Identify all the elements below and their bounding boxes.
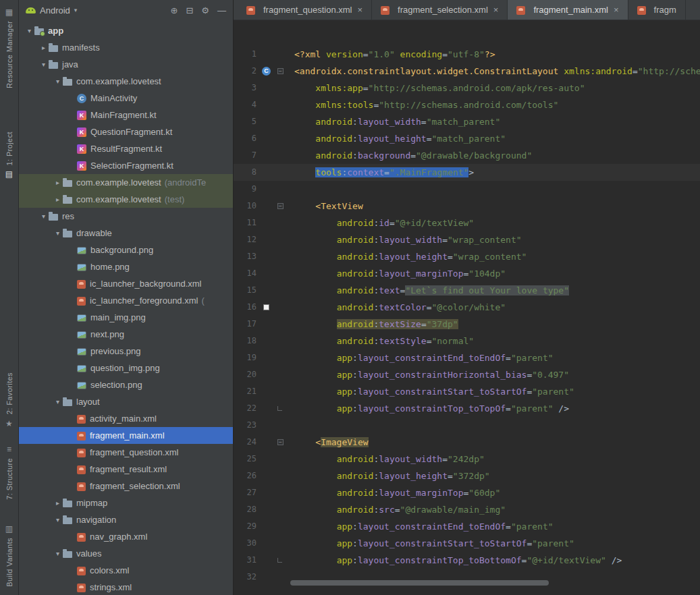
fold-start-icon[interactable]: −: [277, 68, 284, 74]
tree-row[interactable]: ▾drawable: [19, 225, 233, 242]
code-line[interactable]: 16 android:textColor="@color/white": [234, 299, 700, 316]
tab-fragment_selection.xml[interactable]: fragment_selection.xml×: [372, 0, 508, 20]
chevron-right-icon[interactable]: ▸: [53, 196, 63, 203]
code-line[interactable]: 20 app:layout_constraintHorizontal_bias=…: [234, 366, 700, 383]
tree-row[interactable]: KSelectionFragment.kt: [19, 157, 233, 174]
tree-row[interactable]: ▾res: [19, 208, 233, 225]
module-selector[interactable]: Android ▾: [26, 5, 77, 16]
tree-row[interactable]: ic_launcher_foreground.xml(: [19, 292, 233, 309]
chevron-down-icon[interactable]: ▾: [53, 229, 63, 237]
tree-row[interactable]: main_img.png: [19, 309, 233, 326]
stripe-item-structure[interactable]: ≡7: Structure: [5, 441, 14, 505]
tree-row[interactable]: ▸mipmap: [19, 494, 233, 511]
code-line[interactable]: 14 android:layout_marginTop="104dp": [234, 265, 700, 282]
tree-row[interactable]: ▸com.example.lovetest(test): [19, 191, 233, 208]
code-line[interactable]: 22 app:layout_constraintTop_toTopOf="par…: [234, 400, 700, 417]
tree-row[interactable]: ▸manifests: [19, 39, 233, 56]
tree-row[interactable]: ▾com.example.lovetest: [19, 73, 233, 90]
chevron-right-icon[interactable]: ▸: [53, 499, 63, 507]
code-line[interactable]: 13 android:layout_height="wrap_content": [234, 248, 700, 265]
close-icon[interactable]: ×: [614, 5, 619, 15]
chevron-down-icon[interactable]: ▾: [53, 550, 63, 557]
tree-row[interactable]: question_img.png: [19, 360, 233, 376]
code-line[interactable]: 17 android:textSize="37dp": [234, 316, 700, 333]
chevron-down-icon[interactable]: ▾: [53, 516, 63, 523]
stripe-item-build-variants[interactable]: ▥Build Variants: [5, 520, 14, 592]
code-line[interactable]: 5 android:layout_width="match_parent": [234, 113, 700, 130]
tab-fragm[interactable]: fragm: [628, 0, 686, 20]
tree-row[interactable]: fragment_result.xml: [19, 461, 233, 478]
code-line[interactable]: 26 android:layout_height="372dp": [234, 468, 700, 484]
chevron-right-icon[interactable]: ▸: [53, 179, 63, 186]
code-line[interactable]: 24− <ImageView: [234, 434, 700, 451]
collapse-all-icon[interactable]: ⊟: [186, 6, 193, 15]
tree-row[interactable]: ▾java: [19, 56, 233, 73]
tree-row[interactable]: CMainActivity: [19, 90, 233, 107]
code-line[interactable]: 27 android:layout_marginTop="60dp": [234, 484, 700, 501]
code-line[interactable]: 9: [234, 181, 700, 198]
tab-fragment_question.xml[interactable]: fragment_question.xml×: [238, 0, 372, 20]
stripe-item-resource-manager[interactable]: ▦Resource Manager: [5, 3, 14, 93]
hide-panel-icon[interactable]: —: [217, 6, 226, 15]
chevron-down-icon[interactable]: ▾: [38, 213, 49, 220]
code-line[interactable]: 25 android:layout_width="242dp": [234, 451, 700, 468]
code-line[interactable]: 28 android:src="@drawable/main_img": [234, 501, 700, 518]
tree-row[interactable]: selection.png: [19, 376, 233, 393]
fold-end-icon[interactable]: [277, 558, 282, 563]
tree-row[interactable]: ic_launcher_background.xml: [19, 275, 233, 292]
code-line[interactable]: 3 xmlns:app="http://schemas.android.com/…: [234, 80, 700, 96]
tree-row[interactable]: KQuestionFragment.kt: [19, 123, 233, 140]
fold-end-icon[interactable]: [277, 406, 282, 411]
tree-row[interactable]: fragment_question.xml: [19, 444, 233, 461]
tree-row[interactable]: fragment_selection.xml: [19, 478, 233, 494]
tree-row[interactable]: ▾app: [19, 22, 233, 39]
fold-start-icon[interactable]: −: [277, 439, 284, 445]
tree-row[interactable]: ▾navigation: [19, 511, 233, 528]
tree-row[interactable]: next.png: [19, 326, 233, 343]
color-swatch-white-icon[interactable]: [263, 304, 269, 310]
code-line[interactable]: 1<?xml version="1.0" encoding="utf-8"?>: [234, 46, 700, 63]
tab-fragment_main.xml[interactable]: fragment_main.xml×: [508, 0, 628, 20]
class-gutter-icon[interactable]: C: [262, 67, 271, 76]
tree-row[interactable]: KResultFragment.kt: [19, 140, 233, 157]
tree-row[interactable]: ▾values: [19, 545, 233, 562]
stripe-item-project[interactable]: 1: Project▤: [5, 127, 14, 183]
tree-row[interactable]: home.png: [19, 258, 233, 275]
tree-row[interactable]: KMainFragment.kt: [19, 107, 233, 123]
locate-icon[interactable]: ⊕: [171, 6, 178, 15]
chevron-down-icon[interactable]: ▾: [38, 61, 49, 68]
tree-row[interactable]: nav_graph.xml: [19, 528, 233, 545]
tree-row[interactable]: ▾layout: [19, 393, 233, 410]
settings-icon[interactable]: ⚙: [201, 6, 209, 15]
fold-start-icon[interactable]: −: [277, 203, 284, 209]
tree-row[interactable]: ▸com.example.lovetest(androidTe: [19, 174, 233, 191]
code-line[interactable]: 6 android:layout_height="match_parent": [234, 130, 700, 147]
code-line[interactable]: 21 app:layout_constraintStart_toStartOf=…: [234, 383, 700, 400]
close-icon[interactable]: ×: [493, 5, 499, 15]
tree-row[interactable]: activity_main.xml: [19, 410, 233, 427]
editor[interactable]: 1<?xml version="1.0" encoding="utf-8"?>2…: [234, 20, 700, 595]
code-line[interactable]: 7 android:background="@drawable/backgrou…: [234, 147, 700, 164]
tree-row[interactable]: fragment_main.xml: [19, 427, 233, 444]
code-line[interactable]: 8 tools:context=".MainFragment">: [234, 164, 700, 181]
code-line[interactable]: 4 xmlns:tools="http://schemas.android.co…: [234, 96, 700, 113]
code-line[interactable]: 30 app:layout_constraintStart_toStartOf=…: [234, 535, 700, 552]
tree-row[interactable]: strings.xml: [19, 579, 233, 595]
code-line[interactable]: 19 app:layout_constraintEnd_toEndOf="par…: [234, 349, 700, 366]
code-line[interactable]: 2C−<androidx.constraintlayout.widget.Con…: [234, 63, 700, 80]
chevron-down-icon[interactable]: ▾: [53, 398, 63, 405]
tree-row[interactable]: background.png: [19, 242, 233, 258]
code-line[interactable]: 23: [234, 417, 700, 434]
code-line[interactable]: 10− <TextView: [234, 198, 700, 215]
chevron-right-icon[interactable]: ▸: [38, 44, 49, 51]
code-line[interactable]: 29 app:layout_constraintEnd_toEndOf="par…: [234, 518, 700, 535]
code-line[interactable]: 11 android:id="@+id/textView": [234, 215, 700, 231]
chevron-down-icon[interactable]: ▾: [24, 27, 34, 34]
code-line[interactable]: 15 android:text="Let`s find out Your lov…: [234, 282, 700, 299]
code-line[interactable]: 12 android:layout_width="wrap_content": [234, 231, 700, 248]
stripe-item-favorites[interactable]: 2: Favorites★: [5, 368, 14, 432]
scrollbar-thumb[interactable]: [290, 580, 549, 586]
code-line[interactable]: 31 app:layout_constraintTop_toBottomOf="…: [234, 552, 700, 569]
horizontal-scrollbar[interactable]: [290, 580, 693, 586]
chevron-down-icon[interactable]: ▾: [53, 78, 63, 85]
